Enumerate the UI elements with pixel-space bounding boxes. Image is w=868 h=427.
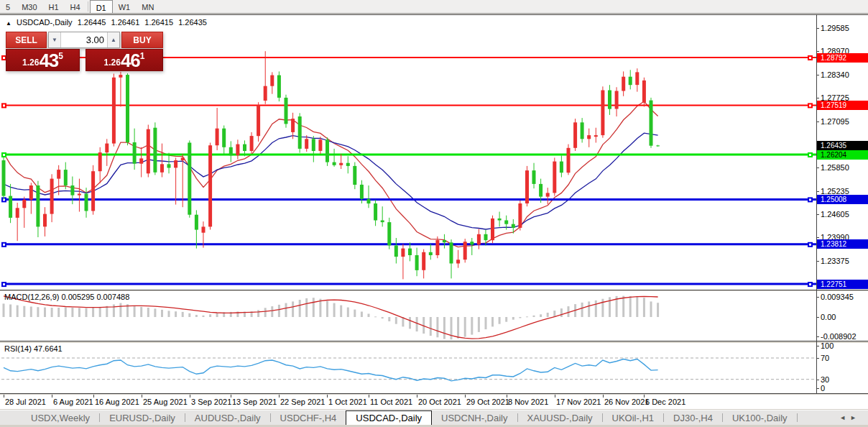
- macd-bar: [106, 306, 108, 317]
- buy-button[interactable]: BUY: [121, 32, 163, 48]
- sell-button[interactable]: SELL: [6, 32, 47, 48]
- macd-bar: [168, 311, 170, 317]
- candle-body: [429, 252, 433, 255]
- macd-bar: [30, 307, 32, 318]
- tab-scroll-arrows[interactable]: ◄►: [839, 410, 868, 425]
- macd-bar: [485, 317, 487, 329]
- rsi-axis-tick: [816, 346, 819, 346]
- timeframe-button-d1[interactable]: D1: [90, 0, 113, 13]
- timeframe-button-m30[interactable]: M30: [16, 0, 42, 13]
- candle-body: [560, 162, 563, 173]
- price-tag-1.28792: 1.28792: [817, 53, 868, 63]
- candle-body: [64, 170, 68, 185]
- candle-body: [587, 135, 591, 139]
- sell-price-big: 43: [39, 51, 58, 70]
- macd-bar: [547, 313, 549, 317]
- h-line-handle-dot: [809, 104, 811, 106]
- symbol-label: USDCAD-,Daily: [17, 18, 73, 27]
- candle-body: [374, 203, 377, 221]
- macd-bar: [499, 317, 501, 324]
- candle-body: [85, 194, 88, 211]
- collapse-arrow-icon[interactable]: ▲: [6, 20, 11, 27]
- rsi-axis-label: 30: [821, 375, 829, 384]
- candle-body: [456, 260, 460, 263]
- timeframe-button-mn[interactable]: MN: [136, 0, 160, 13]
- volume-input[interactable]: 3.00: [61, 32, 107, 47]
- price-axis-tick: [816, 167, 819, 168]
- tab-dj30-h4[interactable]: DJ30-,H4: [664, 410, 722, 425]
- candle-body: [629, 77, 632, 86]
- candle-body: [167, 164, 171, 167]
- macd-bar: [44, 308, 46, 317]
- macd-bar: [491, 317, 494, 326]
- candle-body: [91, 171, 95, 211]
- candle-body: [216, 129, 219, 146]
- timeframe-button-h1[interactable]: H1: [43, 0, 65, 13]
- tab-xauusd-daily[interactable]: XAUUSD-,Daily: [518, 410, 602, 425]
- macd-bar: [595, 300, 597, 317]
- macd-histogram: [3, 296, 660, 340]
- date-axis-tick: [279, 395, 280, 398]
- tab-usdx-weekly[interactable]: USDX,Weekly: [22, 410, 99, 425]
- candle-body: [270, 75, 274, 86]
- tab-ukoil-h1[interactable]: UKOil-,H1: [603, 410, 664, 425]
- price-axis-label: 1.23375: [821, 257, 849, 265]
- candle-body: [394, 246, 398, 257]
- rsi-canvas: [0, 343, 816, 393]
- candle-body: [2, 160, 6, 196]
- rsi-pane[interactable]: [0, 343, 868, 394]
- buy-price-panel[interactable]: 1.26 46 1: [86, 49, 163, 71]
- candle-body: [360, 185, 364, 199]
- tab-usdchf-h4[interactable]: USDCHF-,H4: [271, 410, 346, 425]
- h-line-handle-dot: [809, 244, 811, 246]
- candle-body: [312, 139, 315, 151]
- macd-bar: [326, 301, 328, 317]
- candle-body: [594, 135, 598, 137]
- macd-bar: [361, 312, 363, 318]
- sell-price-panel[interactable]: 1.26 43 5: [6, 49, 80, 71]
- candle-body: [126, 75, 129, 142]
- macd-axis-label: 0.009345: [821, 293, 854, 301]
- macd-bar: [568, 306, 570, 317]
- tab-eurusd-daily[interactable]: EURUSD-,Daily: [100, 410, 185, 425]
- volume-down-icon[interactable]: ▼: [49, 32, 61, 47]
- timeframe-button-h4[interactable]: H4: [65, 0, 86, 13]
- buy-price-pip: 1: [140, 51, 145, 61]
- price-axis-tick: [816, 214, 819, 215]
- candle-body: [22, 200, 26, 208]
- tab-usdcnh-daily[interactable]: USDCNH-,Daily: [432, 410, 517, 425]
- volume-up-icon[interactable]: ▲: [107, 32, 119, 47]
- macd-axis-tick: [816, 336, 819, 337]
- timeframe-button-w1[interactable]: W1: [113, 0, 137, 13]
- price-tag-1.26435: 1.26435: [817, 141, 868, 150]
- date-axis-tick: [555, 395, 555, 398]
- date-axis-tick: [507, 395, 507, 398]
- date-axis-label: 8 Nov 2021: [508, 398, 548, 406]
- date-axis-label: 22 Sep 2021: [280, 398, 325, 406]
- date-axis-tick: [4, 395, 4, 398]
- candle-body: [622, 77, 625, 91]
- macd-bar: [37, 307, 39, 317]
- price-axis-tick: [816, 261, 819, 262]
- candle-body: [236, 144, 239, 156]
- candle-body: [498, 219, 502, 221]
- candle-body: [174, 160, 177, 167]
- ma-slow-line: [4, 133, 658, 229]
- date-axis-label: 3 Sep 2021: [191, 398, 231, 406]
- macd-bar: [368, 314, 370, 318]
- tab-uk100-daily[interactable]: UK100-,Daily: [723, 410, 797, 425]
- ohlc-open: 1.26445: [78, 18, 106, 27]
- timeframe-button-5[interactable]: 5: [0, 0, 16, 13]
- candle-body: [229, 147, 233, 156]
- candle-body: [353, 166, 356, 185]
- tab-usdcad-daily[interactable]: USDCAD-,Daily: [346, 410, 432, 425]
- macd-bar: [299, 300, 301, 317]
- h-line-handle-dot: [3, 154, 5, 156]
- candle-body: [491, 219, 494, 240]
- macd-pane[interactable]: [0, 291, 868, 341]
- candle-body: [504, 221, 508, 224]
- tab-audusd-daily[interactable]: AUDUSD-,Daily: [185, 410, 270, 425]
- macd-bar: [478, 317, 480, 332]
- candle-body: [16, 208, 19, 218]
- candle-body: [642, 81, 646, 103]
